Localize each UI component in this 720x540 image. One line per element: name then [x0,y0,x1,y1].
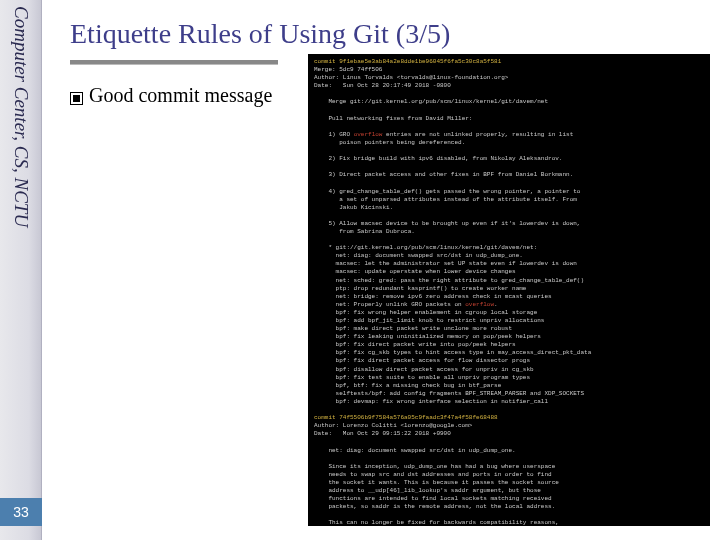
log-item: poison pointers being dereferenced. [314,139,465,146]
log-item: 1) GRO overflow entries are not unlinked… [314,131,573,138]
bullet-square-icon [70,92,83,105]
page-number: 33 [0,498,42,526]
body-line: functions are intended to find local soc… [314,495,552,502]
body-intro: Pull networking fixes from David Miller: [314,115,472,122]
git-log-line: net: bridge: remove ipv6 zero address ch… [314,293,552,300]
body-line: Since its inception, udp_dump_one has ha… [314,463,555,470]
subject-line: Merge git://git.kernel.org/pub/scm/linux… [314,98,548,105]
git-log-line: bpf, btf: fix a missing check bug in btf… [314,382,501,389]
body-line: packets, so saddr is the remote address,… [314,503,555,510]
git-log-line: net: Properly unlink GRO packets on over… [314,301,498,308]
terminal-screenshot: commit 9f1ebae5e3ab84a2e8dde1be96045f6fa… [308,54,710,526]
org-label: Computer Center, CS, NCTU [10,6,32,227]
date-line: Date: Mon Oct 29 09:15:22 2018 +0900 [314,430,451,437]
log-item: from Sabrina Dubroca. [314,228,415,235]
git-log-line: net: sched: gred: pass the right attribu… [314,277,584,284]
body-line: address to __udp[46]_lib_lookup's saddr … [314,487,541,494]
git-log-line: bpf: fix cg_skb types to hint access typ… [314,349,591,356]
log-item: 5) Allow macsec device to be brought up … [314,220,580,227]
log-item: 3) Direct packet access and other fixes … [314,171,573,178]
author-line: Author: Lorenzo Colitti <lorenzo@google.… [314,422,472,429]
sidebar: Computer Center, CS, NCTU 33 [0,0,42,540]
commit-hash: commit 9f1ebae5e3ab84a2e8dde1be96045f6fa… [314,58,501,65]
git-log-line: selftests/bpf: add config fragments BPF_… [314,390,584,397]
merge-line: Merge: 5dc9 74ff506 [314,66,382,73]
git-log-line: bpf: fix test suite to enable all unpriv… [314,374,530,381]
git-log-header: * git://git.kernel.org/pub/scm/linux/ker… [314,244,537,251]
git-log-line: bpf: fix direct packet access for flow d… [314,357,530,364]
body-line: the socket it wants. This is because it … [314,479,559,486]
subject-line: net: diag: document swapped src/dst in u… [314,447,516,454]
git-log-line: bpf: add bpf_jit_limit knob to restrict … [314,317,544,324]
git-log-line: bpf: fix direct packet write into pop/pe… [314,341,516,348]
git-log-line: ptp: drop redundant kasprintf() to creat… [314,285,526,292]
slide-title: Etiquette Rules of Using Git (3/5) [70,18,704,50]
bullet-item: Good commit message [70,84,272,107]
log-item: 2) Fix bridge build with ipv6 disabled, … [314,155,562,162]
git-log-line: macsec: update operstate when lower devi… [314,268,516,275]
git-log-line: bpf: fix wrong helper enablement in cgro… [314,309,537,316]
git-log-line: macsec: let the administrator set UP sta… [314,260,577,267]
git-log-line: bpf: fix leaking uninitialized memory on… [314,333,541,340]
body-line: needs to swap src and dst addresses and … [314,471,552,478]
title-underline [70,60,278,64]
git-log-line: bpf: devmap: fix wrong interface selecti… [314,398,548,405]
git-log-line: bpf: disallow direct packet access for u… [314,366,534,373]
log-item: a set of unparsed attributes instead of … [314,196,577,203]
bullet-text: Good commit message [89,84,272,107]
main-content: Etiquette Rules of Using Git (3/5) Good … [42,0,720,540]
log-item: 4) gred_change_table_def() gets passed t… [314,188,580,195]
author-line: Author: Linus Torvalds <torvalds@linux-f… [314,74,508,81]
log-item: Jakub Kicinski. [314,204,393,211]
git-log-line: bpf: make direct packet write unclone mo… [314,325,512,332]
git-log-line: net: diag: document swapped src/dst in u… [314,252,523,259]
date-line: Date: Sun Oct 28 20:17:49 2018 -0800 [314,82,451,89]
body-line: This can no longer be fixed for backward… [314,519,559,526]
commit-hash: commit 74f5506b9f7584a576a05c9faadc3f47a… [314,414,498,421]
